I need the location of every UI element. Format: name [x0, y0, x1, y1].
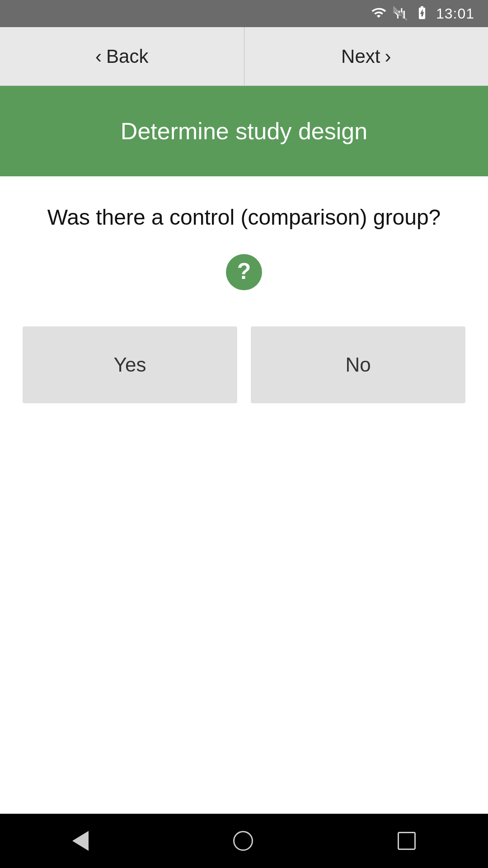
answer-buttons: Yes No [23, 326, 465, 403]
next-label: Next [341, 46, 380, 67]
back-label: Back [106, 46, 148, 67]
header: Determine study design [0, 86, 488, 176]
back-arrow-icon: ‹ [95, 46, 102, 67]
status-time: 13:01 [436, 5, 474, 22]
next-button[interactable]: Next › [244, 27, 488, 85]
signal-icon [393, 5, 408, 23]
yes-button[interactable]: Yes [23, 326, 237, 403]
back-nav-icon [72, 831, 89, 851]
no-button[interactable]: No [251, 326, 465, 403]
back-button[interactable]: ‹ Back [0, 27, 244, 85]
status-bar: 13:01 [0, 0, 488, 27]
wifi-icon [371, 5, 386, 23]
bottom-nav [0, 814, 488, 868]
home-nav-button[interactable] [215, 826, 271, 855]
back-nav-button[interactable] [54, 826, 107, 855]
main-content: Was there a control (comparison) group? … [0, 176, 488, 814]
page-title: Determine study design [121, 118, 367, 145]
recents-nav-button[interactable] [380, 827, 434, 854]
help-icon-button[interactable]: ? [226, 254, 262, 290]
recents-nav-icon [398, 832, 416, 850]
question-text: Was there a control (comparison) group? [47, 203, 441, 231]
question-mark-icon: ? [237, 260, 251, 283]
battery-icon [414, 5, 430, 23]
nav-bar: ‹ Back Next › [0, 27, 488, 86]
next-arrow-icon: › [385, 46, 391, 67]
home-nav-icon [233, 831, 253, 851]
